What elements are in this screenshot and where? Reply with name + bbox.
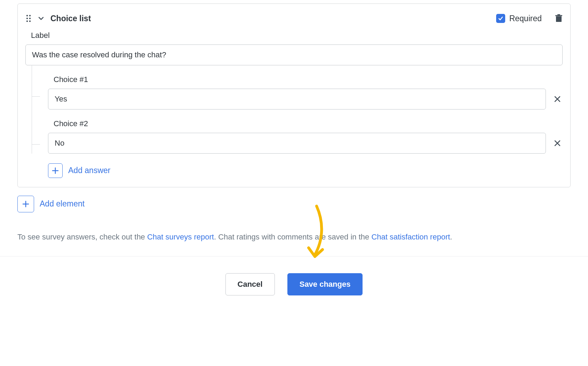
chat-satisfaction-report-link[interactable]: Chat satisfaction report (371, 233, 450, 241)
label-input[interactable] (25, 44, 563, 65)
cancel-button[interactable]: Cancel (225, 273, 275, 295)
card-header-right: Required (496, 13, 563, 24)
help-text: To see survey answers, check out the Cha… (17, 232, 571, 243)
svg-point-4 (26, 21, 28, 22)
add-answer-button[interactable] (48, 163, 63, 178)
label-field: Label (25, 30, 563, 65)
close-icon[interactable] (552, 138, 563, 148)
choice-input[interactable] (48, 89, 546, 109)
add-element-row: Add element (17, 196, 571, 212)
label-field-label: Label (31, 30, 563, 41)
choices-list: Choice #1 (25, 65, 563, 178)
chevron-down-icon[interactable] (37, 15, 45, 22)
chat-surveys-report-link[interactable]: Chat surveys report (147, 233, 214, 241)
choice-row: Choice #2 (25, 109, 563, 154)
card-header-left: Choice list (25, 13, 91, 24)
required-toggle[interactable]: Required (496, 13, 542, 24)
add-element-button[interactable] (17, 196, 34, 212)
drag-handle-icon[interactable] (25, 14, 32, 23)
add-answer-link[interactable]: Add answer (68, 165, 110, 176)
help-text-prefix: To see survey answers, check out the (17, 233, 147, 241)
footer: Cancel Save changes (0, 256, 588, 327)
svg-point-5 (29, 21, 31, 22)
svg-point-1 (29, 15, 31, 16)
close-icon[interactable] (552, 94, 563, 104)
svg-point-3 (29, 18, 31, 19)
card-title: Choice list (50, 13, 91, 24)
svg-point-2 (26, 18, 28, 19)
save-button[interactable]: Save changes (287, 273, 363, 295)
help-text-suffix: . (450, 233, 452, 241)
choice-list-card: Choice list Required (17, 3, 571, 187)
tree-connector (25, 109, 48, 154)
choice-row: Choice #1 (25, 65, 563, 109)
required-label: Required (509, 13, 542, 24)
svg-rect-6 (556, 16, 562, 22)
checkbox-checked-icon[interactable] (496, 14, 505, 23)
add-element-link[interactable]: Add element (40, 198, 85, 209)
choice-input[interactable] (48, 133, 546, 154)
choice-label: Choice #1 (54, 74, 563, 85)
tree-connector (25, 65, 48, 109)
trash-icon[interactable] (555, 14, 563, 23)
add-answer-row: Add answer (48, 163, 563, 178)
svg-point-0 (26, 15, 28, 16)
svg-rect-8 (557, 14, 560, 15)
choice-label: Choice #2 (54, 119, 563, 129)
help-text-middle: . Chat ratings with comments are saved i… (214, 233, 371, 241)
card-header: Choice list Required (25, 13, 563, 24)
